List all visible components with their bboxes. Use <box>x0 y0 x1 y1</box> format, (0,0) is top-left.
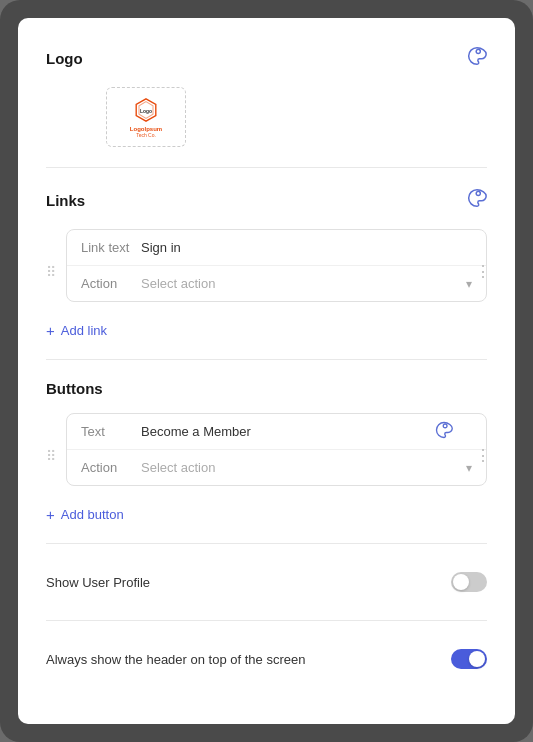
link-action-label: Action <box>81 276 141 291</box>
logo-preview: Logo LogoIpsum Tech Co. <box>130 96 162 138</box>
logo-section-header: Logo <box>46 46 487 71</box>
always-on-top-toggle[interactable] <box>451 649 487 669</box>
show-user-profile-label: Show User Profile <box>46 575 150 590</box>
always-on-top-knob <box>469 651 485 667</box>
link-text-row: Link text <box>67 230 486 266</box>
divider-4 <box>46 620 487 621</box>
link-action-placeholder: Select action <box>141 276 215 291</box>
svg-point-4 <box>476 191 480 195</box>
button-action-label: Action <box>81 460 141 475</box>
link-action-select[interactable]: Select action ▾ <box>141 276 472 291</box>
button-text-label: Text <box>81 424 141 439</box>
show-user-profile-toggle[interactable] <box>451 572 487 592</box>
link-drag-handle[interactable]: ⠿ <box>46 265 56 279</box>
add-link-button[interactable]: + Add link <box>46 322 487 339</box>
button-text-row: Text <box>67 414 486 450</box>
add-button-label: Add button <box>61 507 124 522</box>
link-item-container: ⠿ Link text Action Select action ▾ ⋮ <box>46 229 487 314</box>
button-action-select[interactable]: Select action ▾ <box>141 460 472 475</box>
link-text-input[interactable] <box>141 240 472 255</box>
button-action-placeholder: Select action <box>141 460 215 475</box>
svg-point-5 <box>443 424 447 428</box>
logo-image-area: Logo LogoIpsum Tech Co. <box>46 87 487 147</box>
logo-title: Logo <box>46 50 83 67</box>
add-button-plus-icon: + <box>46 506 55 523</box>
button-action-row: Action Select action ▾ <box>67 450 486 485</box>
link-action-row: Action Select action ▾ <box>67 266 486 301</box>
button-item-container: ⠿ Text Ac <box>46 413 487 498</box>
show-user-profile-row: Show User Profile <box>46 564 487 600</box>
links-section-header: Links <box>46 188 487 213</box>
button-text-input[interactable] <box>141 424 472 439</box>
buttons-section: Buttons ⠿ Text <box>46 380 487 523</box>
links-section: Links ⠿ Link text Action <box>46 188 487 339</box>
links-paint-icon[interactable] <box>467 188 487 213</box>
settings-panel: Logo Logo LogoIpsu <box>18 18 515 724</box>
link-menu-button[interactable]: ⋮ <box>471 260 495 284</box>
logo-paint-icon[interactable] <box>467 46 487 71</box>
add-button-button[interactable]: + Add button <box>46 506 487 523</box>
button-menu-button[interactable]: ⋮ <box>471 444 495 468</box>
divider-3 <box>46 543 487 544</box>
always-on-top-row: Always show the header on top of the scr… <box>46 641 487 677</box>
svg-text:Logo: Logo <box>140 109 152 114</box>
button-card: Text Action Select action ▾ <box>66 413 487 486</box>
button-paint-icon[interactable] <box>435 421 453 444</box>
logo-section: Logo Logo LogoIpsu <box>46 46 487 147</box>
button-drag-handle[interactable]: ⠿ <box>46 449 56 463</box>
svg-point-0 <box>476 49 480 53</box>
add-link-plus-icon: + <box>46 322 55 339</box>
link-card: Link text Action Select action ▾ <box>66 229 487 302</box>
divider-1 <box>46 167 487 168</box>
links-title: Links <box>46 192 85 209</box>
add-link-label: Add link <box>61 323 107 338</box>
device-frame: Logo Logo LogoIpsu <box>0 0 533 742</box>
link-text-label: Link text <box>81 240 141 255</box>
show-user-profile-knob <box>453 574 469 590</box>
logo-sub-text: Tech Co. <box>136 132 156 138</box>
buttons-title: Buttons <box>46 380 103 397</box>
divider-2 <box>46 359 487 360</box>
always-on-top-label: Always show the header on top of the scr… <box>46 652 305 667</box>
buttons-section-header: Buttons <box>46 380 487 397</box>
logo-upload-area[interactable]: Logo LogoIpsum Tech Co. <box>106 87 186 147</box>
